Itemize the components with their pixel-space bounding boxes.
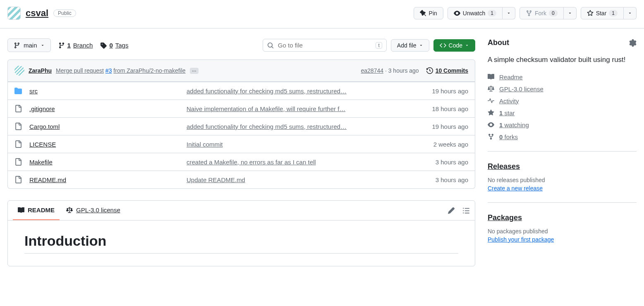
repo-avatar[interactable] [7, 7, 21, 20]
tab-readme[interactable]: README [13, 201, 60, 220]
about-readme-label: Readme [499, 74, 523, 81]
star-icon [587, 10, 594, 17]
branches-label: Branch [73, 42, 93, 49]
about-stars-link[interactable]: 1 star [488, 109, 637, 116]
fork-count: 0 [549, 10, 558, 17]
about-watching-link[interactable]: 1 watching [488, 121, 637, 128]
table-row[interactable]: Makefilecreated a Makefile, no errors as… [8, 153, 475, 171]
search-kbd: t [376, 42, 382, 49]
about-title: About [488, 38, 509, 47]
table-row[interactable]: .gitignoreNaive implementation of a Make… [8, 100, 475, 117]
tags-count: 0 [109, 42, 113, 49]
releases-empty: No releases published [488, 177, 637, 183]
file-commit-message[interactable]: added functionality for checking md5 sum… [187, 123, 410, 130]
unwatch-button[interactable]: Unwatch 1 [448, 7, 503, 19]
branch-name: main [24, 42, 37, 49]
commit-author-avatar[interactable] [14, 66, 24, 76]
tab-license-label: GPL-3.0 license [76, 206, 120, 213]
releases-title[interactable]: Releases [488, 162, 637, 171]
add-file-button[interactable]: Add file [391, 39, 429, 52]
unwatch-label: Unwatch [463, 10, 485, 17]
packages-title[interactable]: Packages [488, 213, 637, 222]
latest-commit-bar: ZaraPhu Merge pull request #3 from ZaraP… [7, 59, 475, 82]
about-forks-link[interactable]: 0 forks [488, 133, 637, 140]
chevron-down-icon [465, 43, 469, 47]
file-commit-message[interactable]: Update README.md [187, 176, 410, 183]
branch-icon [14, 42, 20, 49]
star-dropdown[interactable] [624, 7, 637, 19]
star-label: Star [596, 10, 607, 17]
file-commit-message[interactable]: added functionality for checking md5 sum… [187, 88, 410, 95]
code-button[interactable]: Code [433, 39, 475, 52]
about-activity-link[interactable]: Activity [488, 97, 637, 104]
file-time: 19 hours ago [410, 123, 468, 130]
eye-icon [454, 10, 460, 17]
table-row[interactable]: README.mdUpdate README.md3 hours ago [8, 171, 475, 188]
branch-select[interactable]: main [7, 38, 51, 52]
eye-icon [488, 121, 494, 128]
about-license-link[interactable]: GPL-3.0 license [488, 85, 637, 93]
gear-icon[interactable] [629, 39, 637, 47]
fork-dropdown[interactable] [564, 7, 577, 19]
table-row[interactable]: LICENSEInitial commit2 weeks ago [8, 135, 475, 153]
law-icon [488, 85, 494, 92]
commit-sha[interactable]: ea28744 [361, 67, 384, 74]
code-icon [440, 42, 446, 49]
watching-label: watching [505, 121, 529, 128]
tags-link[interactable]: 0 Tags [100, 42, 128, 49]
commit-pr[interactable]: #3 [105, 67, 112, 74]
file-time: 2 weeks ago [410, 141, 468, 148]
file-time: 3 hours ago [410, 176, 468, 183]
file-name[interactable]: .gitignore [29, 105, 187, 112]
pin-icon [420, 10, 426, 17]
packages-empty: No packages published [488, 228, 637, 235]
commit-message-suffix[interactable]: from ZaraPhu/2-no-makefile [113, 67, 185, 74]
table-row[interactable]: srcadded functionality for checking md5 … [8, 82, 475, 100]
file-commit-message[interactable]: Initial commit [187, 141, 410, 148]
file-commit-message[interactable]: created a Makefile, no errors as far as … [187, 159, 410, 166]
table-row[interactable]: Cargo.tomladded functionality for checki… [8, 117, 475, 135]
about-readme-link[interactable]: Readme [488, 74, 637, 81]
chevron-down-icon [628, 11, 632, 15]
commit-time: 3 hours ago [388, 67, 419, 74]
tab-license[interactable]: GPL-3.0 license [61, 201, 125, 220]
about-license-label: GPL-3.0 license [499, 85, 543, 93]
file-search-input[interactable] [278, 42, 372, 49]
file-commit-message[interactable]: Naive implementation of a Makefile, will… [187, 105, 410, 112]
ellipsis-expand[interactable]: … [190, 68, 199, 74]
unwatch-dropdown[interactable] [503, 7, 515, 19]
fork-icon [526, 10, 532, 17]
pin-button[interactable]: Pin [414, 7, 443, 19]
about-description: A simple checksum validator built using … [488, 55, 637, 65]
chevron-down-icon [507, 11, 511, 15]
file-name[interactable]: README.md [29, 176, 187, 183]
releases-create-link[interactable]: Create a new release [488, 185, 543, 192]
commit-author[interactable]: ZaraPhu [29, 67, 52, 74]
about-activity-label: Activity [499, 97, 519, 104]
pencil-icon[interactable] [448, 207, 455, 214]
fork-label: Fork [535, 10, 546, 17]
star-button[interactable]: Star 1 [581, 7, 624, 19]
watching-count: 1 [499, 121, 503, 128]
file-search[interactable]: t [263, 39, 387, 52]
branches-link[interactable]: 1 Branch [58, 42, 93, 49]
add-file-label: Add file [397, 42, 417, 49]
file-name[interactable]: Cargo.toml [29, 123, 187, 130]
file-name[interactable]: src [29, 88, 187, 95]
pulse-icon [488, 97, 494, 104]
book-icon [18, 207, 24, 213]
file-name[interactable]: LICENSE [29, 141, 187, 148]
file-name[interactable]: Makefile [29, 159, 187, 166]
fork-button[interactable]: Fork 0 [520, 7, 564, 19]
file-icon [14, 123, 24, 130]
repo-name[interactable]: csval [26, 8, 48, 19]
fork-icon [488, 133, 494, 140]
packages-publish-link[interactable]: Publish your first package [488, 236, 554, 243]
list-icon[interactable] [462, 207, 470, 214]
commit-message-prefix[interactable]: Merge pull request [56, 67, 104, 74]
stars-count: 1 [499, 109, 503, 116]
file-table: srcadded functionality for checking md5 … [7, 82, 475, 189]
commits-link[interactable]: 10 Commits [426, 67, 468, 74]
tab-readme-label: README [28, 206, 55, 213]
file-icon [14, 105, 24, 112]
